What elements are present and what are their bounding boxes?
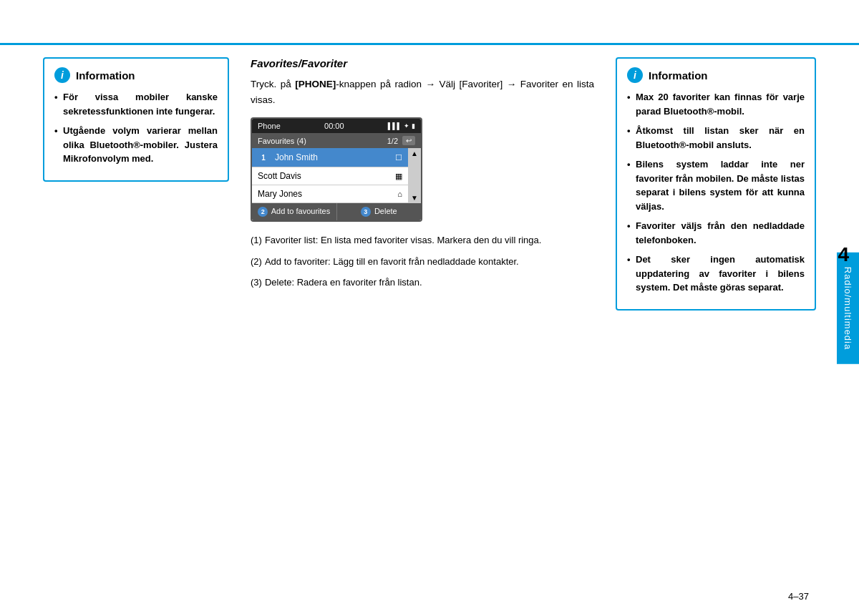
contact-1-name: John Smith xyxy=(275,152,318,162)
signal-icon: ▌▌▌ xyxy=(388,122,402,129)
middle-column: Favorites/Favoriter Tryck. på [PHONE]-kn… xyxy=(251,57,594,573)
contact-1-icon: ☐ xyxy=(395,153,402,162)
left-info-list: För vissa mobiler kanske sekretessfunkti… xyxy=(54,90,218,166)
numbered-text-1: Favoriter list: En lista med favoriter v… xyxy=(265,233,542,248)
contact-3-left: Mary Jones xyxy=(258,189,302,199)
numbered-item-3: (3) Delete: Radera en favoriter från lis… xyxy=(251,275,594,290)
left-info-box: i Information För vissa mobiler kanske s… xyxy=(43,57,229,182)
favourites-label: Favourites (4) xyxy=(258,137,306,145)
main-content: i Information För vissa mobiler kanske s… xyxy=(43,57,816,573)
contacts-list: 1 John Smith ☐ Scott Davis ▦ xyxy=(252,148,408,203)
contact-1-badge: 1 xyxy=(258,152,269,163)
phone-status-icons: ▌▌▌ ✦ ▮ xyxy=(388,122,415,129)
section-title: Favorites/Favoriter xyxy=(251,57,594,69)
left-column: i Information För vissa mobiler kanske s… xyxy=(43,57,229,573)
left-bullet-1: För vissa mobiler kanske sekretessfunkti… xyxy=(54,90,218,118)
contact-1-left: 1 John Smith xyxy=(258,152,318,163)
chapter-number: 4 xyxy=(838,243,849,266)
phone-header-title: Phone xyxy=(258,122,281,130)
num-1: (1) xyxy=(251,233,262,248)
scroll-bar[interactable]: ▲ ▼ xyxy=(408,148,421,203)
add-to-favourites-btn[interactable]: 2 Add to favourites xyxy=(252,203,337,220)
page-indicator: 1/2 xyxy=(387,137,398,145)
numbered-text-3: Delete: Radera en favoriter från listan. xyxy=(265,275,422,290)
battery-icon: ▮ xyxy=(412,122,415,129)
contact-3-name: Mary Jones xyxy=(258,189,302,199)
phone-row-header: Favourites (4) 1/2 ↩ xyxy=(252,133,421,148)
scroll-up-arrow[interactable]: ▲ xyxy=(408,148,421,159)
left-info-header: i Information xyxy=(54,67,218,83)
chapter-sidebar-tab: Radio/multimedia xyxy=(837,252,859,363)
phone-footer: 2 Add to favourites 3 Delete xyxy=(252,203,421,220)
right-info-header: i Information xyxy=(627,67,805,83)
contact-row-1[interactable]: 1 John Smith ☐ xyxy=(252,148,408,167)
numbered-item-1: (1) Favoriter list: En lista med favorit… xyxy=(251,233,594,248)
left-info-icon: i xyxy=(54,67,70,83)
numbered-item-2: (2) Add to favoriter: Lägg till en favor… xyxy=(251,255,594,269)
right-info-list: Max 20 favoriter kan finnas för varje pa… xyxy=(627,90,805,295)
contact-2-left: Scott Davis xyxy=(258,171,301,181)
right-bullet-5: Det sker ingen automatisk uppdatering av… xyxy=(627,253,805,295)
delete-label: Delete xyxy=(374,207,397,215)
add-badge: 2 xyxy=(258,207,268,217)
back-button[interactable]: ↩ xyxy=(402,136,415,145)
right-bullet-1: Max 20 favoriter kan finnas för varje pa… xyxy=(627,90,805,118)
left-info-title: Information xyxy=(76,69,135,82)
right-bullet-4: Favoriter väljs från den nedladdade tele… xyxy=(627,219,805,247)
scroll-down-arrow[interactable]: ▼ xyxy=(408,192,421,203)
page-number: 4–37 xyxy=(788,591,809,602)
delete-btn[interactable]: 3 Delete xyxy=(337,203,422,220)
numbered-list: (1) Favoriter list: En lista med favorit… xyxy=(251,233,594,290)
contact-row-2[interactable]: Scott Davis ▦ xyxy=(252,167,408,185)
phone-body: 1 John Smith ☐ Scott Davis ▦ xyxy=(252,148,421,203)
right-info-title: Information xyxy=(649,69,708,82)
top-decorative-line xyxy=(0,43,859,45)
contact-row-3[interactable]: Mary Jones ⌂ xyxy=(252,185,408,203)
phone-key: [PHONE] xyxy=(295,79,336,89)
num-2: (2) xyxy=(251,255,262,269)
phone-screen: Phone 00:00 ▌▌▌ ✦ ▮ Favourites (4) 1/2 ↩ xyxy=(251,117,422,222)
right-info-box: i Information Max 20 favoriter kan finna… xyxy=(616,57,816,311)
right-column: i Information Max 20 favoriter kan finna… xyxy=(616,57,816,573)
right-info-icon: i xyxy=(627,67,643,83)
contact-3-icon: ⌂ xyxy=(397,190,402,198)
intro-text: Tryck. på [PHONE]-knappen på radion → Vä… xyxy=(251,77,594,107)
right-bullet-2: Åtkomst till listan sker när en Bluetoot… xyxy=(627,124,805,152)
left-bullet-2: Utgående volym varierar mellan olika Blu… xyxy=(54,124,218,166)
num-3: (3) xyxy=(251,275,262,290)
right-bullet-3: Bilens system laddar inte ner favoriter … xyxy=(627,157,805,213)
contact-2-icon: ▦ xyxy=(395,172,402,181)
delete-badge: 3 xyxy=(361,207,371,217)
contact-2-name: Scott Davis xyxy=(258,171,301,181)
numbered-text-2: Add to favoriter: Lägg till en favorit f… xyxy=(265,255,519,269)
phone-header: Phone 00:00 ▌▌▌ ✦ ▮ xyxy=(252,119,421,133)
add-label: Add to favourites xyxy=(271,207,331,215)
bluetooth-icon: ✦ xyxy=(404,122,409,129)
phone-header-time: 00:00 xyxy=(324,122,344,130)
